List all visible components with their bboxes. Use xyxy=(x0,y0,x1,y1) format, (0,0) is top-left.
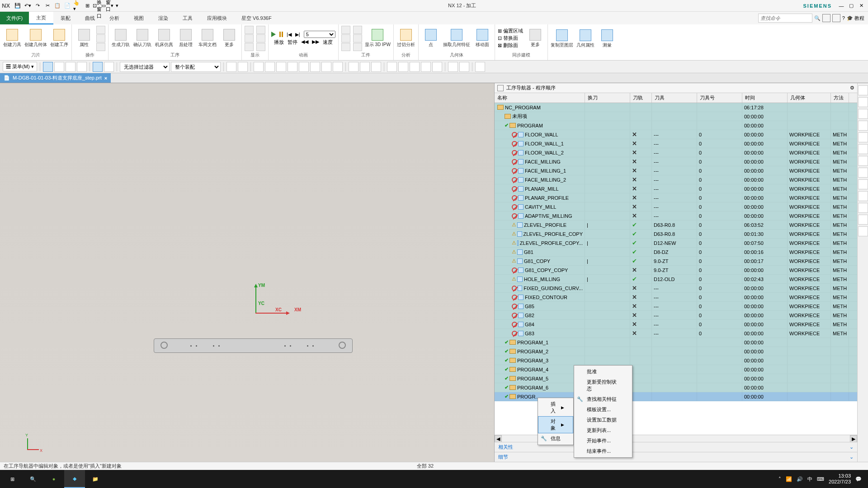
nav-row[interactable]: ADAPTIVE_MILLING✕---000:00:00WORKPIECEME… xyxy=(495,211,857,221)
tb-e[interactable] xyxy=(276,62,286,72)
disp-2[interactable] xyxy=(245,34,254,42)
sel-mode-5[interactable] xyxy=(93,62,103,72)
nav-row[interactable]: FIXED_CONTOUR✕---000:00:00WORKPIECEMETH xyxy=(495,293,857,302)
play-button[interactable] xyxy=(271,32,276,37)
sel-mode-6[interactable] xyxy=(104,62,114,72)
wp-2[interactable] xyxy=(341,34,350,42)
column-header-几何体[interactable]: 几何体 xyxy=(788,93,831,103)
nav-row[interactable]: ✔PROGRAM_100:00:00 xyxy=(495,338,857,347)
生成刀轨-button[interactable]: 生成刀轨 xyxy=(111,29,130,48)
nav-row[interactable]: ✔PROGRAM_500:00:00 xyxy=(495,374,857,383)
tb-l[interactable] xyxy=(360,62,370,72)
tab-装配[interactable]: 装配 xyxy=(53,12,78,24)
tab-星空 V6.936F[interactable]: 星空 V6.936F xyxy=(234,12,279,24)
disp-3[interactable] xyxy=(245,43,254,51)
nav-row[interactable]: G81_COPY_COPY✕9.0-ZT000:00:00WORKPIECEME… xyxy=(495,266,857,275)
nav-view-icon[interactable] xyxy=(497,85,504,91)
app-browser[interactable]: ● xyxy=(43,470,64,488)
tb-c[interactable] xyxy=(254,62,264,72)
创建几何体-button[interactable]: 创建几何体 xyxy=(24,29,47,48)
tb-i[interactable] xyxy=(321,62,331,72)
layout2-icon[interactable] xyxy=(832,14,840,22)
tb-h[interactable] xyxy=(310,62,320,72)
nav-row[interactable]: PLANAR_MILL✕---000:00:00WORKPIECEMETH xyxy=(495,184,857,193)
tab-视图[interactable]: 视图 xyxy=(127,12,151,24)
disp-6[interactable] xyxy=(256,43,265,51)
sel-mode-4[interactable] xyxy=(77,62,87,72)
maximize-button[interactable]: ▢ xyxy=(846,2,856,10)
res-1[interactable] xyxy=(858,85,868,95)
tb-s[interactable] xyxy=(448,62,458,72)
ffwd-icon[interactable]: ▶▶ xyxy=(312,39,319,46)
ctx-更新列表...[interactable]: 更新列表... xyxy=(574,425,632,436)
sel-mode-3[interactable] xyxy=(66,62,75,72)
step-back-icon[interactable]: |◀ xyxy=(287,32,292,38)
tb-r[interactable] xyxy=(432,62,442,72)
ctx-信息[interactable]: 🔧信息 xyxy=(538,433,573,444)
几何属性-button[interactable]: 几何属性 xyxy=(576,29,595,48)
tutorial-button[interactable]: 🎓 教程 xyxy=(847,15,864,22)
grid-icon[interactable]: ⊞ xyxy=(83,2,91,10)
search-icon[interactable]: 🔍 xyxy=(814,15,821,21)
disp-1[interactable] xyxy=(245,26,254,34)
step-fwd-icon[interactable]: ▶| xyxy=(295,32,300,38)
app-explorer[interactable]: 📁 xyxy=(85,470,106,488)
nav-row[interactable]: G85✕---000:00:00WORKPIECEMETH xyxy=(495,302,857,311)
ctx-查找相关特征[interactable]: 🔧查找相关特征 xyxy=(574,394,632,404)
tb-f[interactable] xyxy=(288,62,297,72)
pause-button[interactable] xyxy=(279,32,283,37)
res-6[interactable] xyxy=(858,144,868,154)
disp-4[interactable] xyxy=(256,26,265,34)
res-13[interactable] xyxy=(858,226,868,236)
app-nx[interactable]: ◆ xyxy=(64,470,85,488)
start-button[interactable]: ⊞ xyxy=(2,470,23,488)
nav-row[interactable]: FACE_MILLING_1✕---000:00:00WORKPIECEMETH xyxy=(495,166,857,175)
selection-filter-select[interactable]: 无选择过滤器 xyxy=(120,62,170,72)
column-header-刀具号[interactable]: 刀具号 xyxy=(697,93,742,103)
nav-row[interactable]: ⚠G81_COPY|✔9.0-ZT000:00:17WORKPIECEMETH xyxy=(495,257,857,266)
确认刀轨-button[interactable]: 确认刀轨 xyxy=(133,29,152,48)
res-12[interactable] xyxy=(858,215,868,225)
nav-row[interactable]: G83✕---000:00:00WORKPIECEMETH xyxy=(495,329,857,338)
tb-a[interactable] xyxy=(226,62,236,72)
tb-m[interactable] xyxy=(371,62,381,72)
tab-分析[interactable]: 分析 xyxy=(102,12,127,24)
notification-icon[interactable]: 💬 xyxy=(855,476,862,482)
replace-face-button[interactable]: ⊡ 替换面 xyxy=(498,35,523,42)
nav-row[interactable]: 未用项00:00:00 xyxy=(495,112,857,121)
ctx-插入[interactable]: 插入▶ xyxy=(538,399,573,416)
tb-d[interactable] xyxy=(265,62,275,72)
wp-4[interactable] xyxy=(353,26,362,34)
nav-row[interactable]: ⚠HOLE_MILLING|✔D12-OLD000:02:43WORKPIECE… xyxy=(495,275,857,284)
minimize-button[interactable]: — xyxy=(836,2,846,10)
rewind-icon[interactable]: ◀◀ xyxy=(301,39,308,46)
volume-icon[interactable]: 🔊 xyxy=(797,476,803,482)
column-header-换刀[interactable]: 换刀 xyxy=(585,93,630,103)
file-menu[interactable]: 文件(F) xyxy=(0,12,29,24)
res-9[interactable] xyxy=(858,179,868,189)
cut-icon[interactable]: ✂ xyxy=(43,2,52,10)
paste-icon[interactable]: 📄 xyxy=(63,2,71,10)
wifi-icon[interactable]: 📶 xyxy=(786,476,792,482)
gouge-analysis-button[interactable]: 过切分析 xyxy=(396,29,415,48)
sel-mode-1[interactable] xyxy=(43,62,53,72)
sync-more-button[interactable]: 更多 xyxy=(526,29,545,48)
车间文档-button[interactable]: 车间文档 xyxy=(198,29,217,48)
scroll-left-button[interactable]: ◀ xyxy=(495,435,502,442)
nav-row[interactable]: NC_PROGRAM06:17:28 xyxy=(495,103,857,112)
sel-mode-2[interactable] xyxy=(54,62,64,72)
res-3[interactable] xyxy=(858,109,868,119)
tray-chevron-icon[interactable]: ˄ xyxy=(778,476,781,482)
nav-row[interactable]: FLOOR_WALL_2✕---000:00:00WORKPIECEMETH xyxy=(495,148,857,157)
nav-row[interactable]: ✔PROGRAM00:00:00 xyxy=(495,121,857,130)
nav-row[interactable]: ⚠G81✔D8-DZ000:00:16WORKPIECEMETH xyxy=(495,248,857,257)
show-3d-ipw-button[interactable]: 显示 3D IPW xyxy=(365,29,391,48)
tb-o[interactable] xyxy=(398,62,408,72)
details-section[interactable]: 细节⌄ xyxy=(495,452,857,462)
nav-row[interactable]: G82✕---000:00:00WORKPIECEMETH xyxy=(495,311,857,320)
tab-曲线[interactable]: 曲线 xyxy=(78,12,102,24)
ctx-对象[interactable]: 对象▶ xyxy=(538,416,573,433)
nav-row[interactable]: FIXED_GUIDING_CURV...✕---000:00:00WORKPI… xyxy=(495,284,857,293)
keyboard-icon[interactable]: ⌨ xyxy=(817,476,824,482)
更多-button[interactable]: 更多 xyxy=(220,29,239,48)
